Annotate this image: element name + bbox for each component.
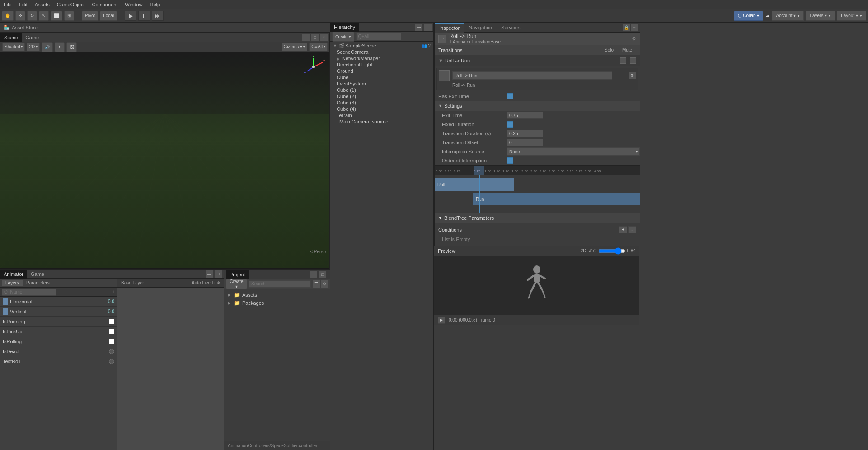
fx-btn[interactable]: ✦ bbox=[55, 42, 65, 52]
animator-maximize[interactable]: □ bbox=[215, 270, 222, 278]
tree-cube3[interactable]: Cube (3) bbox=[331, 99, 432, 106]
pivot-btn[interactable]: Pivot bbox=[82, 11, 98, 21]
tree-ground[interactable]: Ground bbox=[331, 68, 432, 74]
tree-cube1[interactable]: Cube (1) bbox=[331, 87, 432, 93]
tree-eventsystem[interactable]: EventSystem bbox=[331, 81, 432, 87]
params-search[interactable] bbox=[2, 289, 56, 296]
all-dropdown[interactable]: G≡All bbox=[309, 43, 328, 51]
account-dropdown[interactable]: Account ▾ bbox=[772, 11, 804, 21]
local-btn[interactable]: Local bbox=[100, 11, 117, 21]
rect-tool[interactable]: ⬜ bbox=[51, 11, 62, 21]
audio-btn[interactable]: 🔊 bbox=[42, 42, 53, 52]
has-exit-time-checkbox[interactable] bbox=[507, 93, 513, 99]
add-condition-btn[interactable]: + bbox=[619, 226, 627, 233]
gizmos-dropdown[interactable]: Gizmos ▾ bbox=[282, 43, 308, 51]
menu-edit[interactable]: Edit bbox=[15, 1, 31, 8]
project-settings-btn[interactable]: ⚙ bbox=[321, 280, 328, 288]
layers-dropdown[interactable]: Layers ▾ bbox=[806, 11, 835, 21]
animator-minimize[interactable]: — bbox=[206, 270, 213, 278]
ordered-interruption-checkbox[interactable] bbox=[507, 157, 513, 164]
blend-tree-header[interactable]: ▼ BlendTree Parameters bbox=[435, 213, 640, 223]
project-view-btn[interactable]: ☰ bbox=[313, 280, 320, 288]
preview-play-btn[interactable]: ▶ bbox=[438, 317, 445, 324]
params-add-btn[interactable]: + bbox=[113, 289, 115, 294]
scene-close[interactable]: × bbox=[320, 34, 328, 41]
tab-navigation[interactable]: Navigation bbox=[464, 23, 497, 33]
scene-render-btn[interactable]: 🖼 bbox=[66, 42, 77, 52]
remove-condition-btn[interactable]: - bbox=[628, 226, 636, 233]
tree-networkmanager[interactable]: ▶ NetworkManager bbox=[331, 55, 432, 62]
inspector-lock[interactable]: 🔒 bbox=[623, 24, 630, 31]
isdead-radio[interactable] bbox=[109, 349, 114, 354]
tab-params[interactable]: Parameters bbox=[23, 280, 53, 286]
scene-maximize[interactable]: □ bbox=[311, 34, 319, 41]
tree-directional-light[interactable]: Directional Light bbox=[331, 62, 432, 68]
interruption-source-dropdown[interactable]: None bbox=[507, 147, 640, 156]
isrunning-checkbox[interactable] bbox=[109, 319, 114, 324]
step-button[interactable]: ⏭ bbox=[152, 11, 164, 21]
hierarchy-minimize[interactable]: — bbox=[415, 24, 422, 31]
isrolling-checkbox[interactable] bbox=[109, 339, 114, 344]
transition-settings-btn[interactable]: ⚙ bbox=[629, 72, 636, 79]
collab-button[interactable]: ⬡ Collab ▾ bbox=[734, 11, 764, 21]
fixed-duration-checkbox[interactable] bbox=[507, 121, 513, 128]
tree-cube[interactable]: Cube bbox=[331, 74, 432, 81]
tab-game[interactable]: Game bbox=[22, 33, 42, 42]
menu-window[interactable]: Window bbox=[121, 1, 146, 8]
auto-live-link[interactable]: Auto Live Link bbox=[192, 280, 220, 285]
menu-gameobject[interactable]: GameObject bbox=[53, 1, 89, 8]
transition-name-input[interactable] bbox=[452, 71, 612, 80]
tab-services[interactable]: Services bbox=[497, 23, 525, 33]
layout-dropdown[interactable]: Layout ▾ bbox=[837, 11, 866, 21]
tab-game-animator[interactable]: Game bbox=[27, 270, 48, 279]
tab-scene[interactable]: Scene bbox=[0, 33, 22, 42]
inspector-gear-icon[interactable]: ⚙ bbox=[632, 36, 636, 42]
inspector-menu[interactable]: ≡ bbox=[631, 24, 638, 31]
exit-time-input[interactable]: 0.75 bbox=[507, 112, 543, 119]
pause-button[interactable]: ⏸ bbox=[138, 11, 150, 21]
animator-graph[interactable]: Base Layer Auto Live Link bbox=[117, 279, 224, 450]
transform-tool[interactable]: ⊞ bbox=[64, 11, 74, 21]
project-create-btn[interactable]: Create ▾ bbox=[226, 279, 247, 289]
play-button[interactable]: ▶ bbox=[125, 11, 136, 21]
ispickup-checkbox[interactable] bbox=[109, 329, 114, 334]
hand-tool[interactable]: ✋ bbox=[2, 11, 14, 21]
menu-assets[interactable]: Assets bbox=[31, 1, 53, 8]
solo-checkbox[interactable] bbox=[620, 57, 626, 64]
tree-main-camera[interactable]: _Main Camera_summer bbox=[331, 118, 432, 125]
mute-checkbox[interactable] bbox=[630, 57, 636, 64]
move-tool[interactable]: ✛ bbox=[15, 11, 25, 21]
transition-roll-run[interactable]: ▼ Roll -> Run bbox=[435, 55, 640, 66]
menu-help[interactable]: Help bbox=[146, 1, 164, 8]
tab-animator[interactable]: Animator bbox=[0, 270, 27, 279]
menu-component[interactable]: Component bbox=[88, 1, 121, 8]
rotate-tool[interactable]: ↻ bbox=[27, 11, 37, 21]
tree-terrain[interactable]: Terrain bbox=[331, 112, 432, 118]
tab-hierarchy[interactable]: Hierarchy bbox=[330, 23, 359, 32]
mode-dropdown[interactable]: 2D bbox=[27, 43, 40, 51]
testroll-radio[interactable] bbox=[109, 359, 114, 364]
settings-header[interactable]: ▼ Settings bbox=[435, 101, 640, 111]
folder-packages[interactable]: ▶ 📁 Packages bbox=[226, 299, 328, 307]
shading-dropdown[interactable]: Shaded bbox=[2, 43, 25, 51]
project-maximize[interactable]: □ bbox=[319, 271, 326, 278]
hierarchy-maximize[interactable]: □ bbox=[424, 24, 432, 31]
scene-root[interactable]: ▼ 🎬 SampleScene 👥 2 bbox=[331, 43, 432, 49]
folder-assets[interactable]: ▶ 📁 Assets bbox=[226, 291, 328, 299]
preview-speed-slider[interactable] bbox=[598, 248, 625, 254]
menu-file[interactable]: File bbox=[0, 1, 15, 8]
tree-cube2[interactable]: Cube (2) bbox=[331, 93, 432, 99]
hierarchy-search[interactable] bbox=[356, 33, 401, 40]
tab-project[interactable]: Project bbox=[226, 270, 249, 279]
transition-offset-input[interactable] bbox=[507, 139, 543, 146]
project-minimize[interactable]: — bbox=[310, 271, 317, 278]
tree-scenecamera[interactable]: SceneCamera bbox=[331, 49, 432, 55]
tree-cube4[interactable]: Cube (4) bbox=[331, 106, 432, 112]
transition-duration-input[interactable] bbox=[507, 130, 543, 137]
tab-layers[interactable]: Layers bbox=[2, 280, 23, 286]
scene-minimize[interactable]: — bbox=[302, 34, 310, 41]
scene-canvas[interactable]: X Y Z < Persp bbox=[0, 52, 329, 268]
project-search[interactable] bbox=[249, 280, 311, 288]
tab-inspector[interactable]: Inspector bbox=[435, 23, 464, 33]
hierarchy-create-btn[interactable]: Create ▾ bbox=[332, 32, 354, 42]
